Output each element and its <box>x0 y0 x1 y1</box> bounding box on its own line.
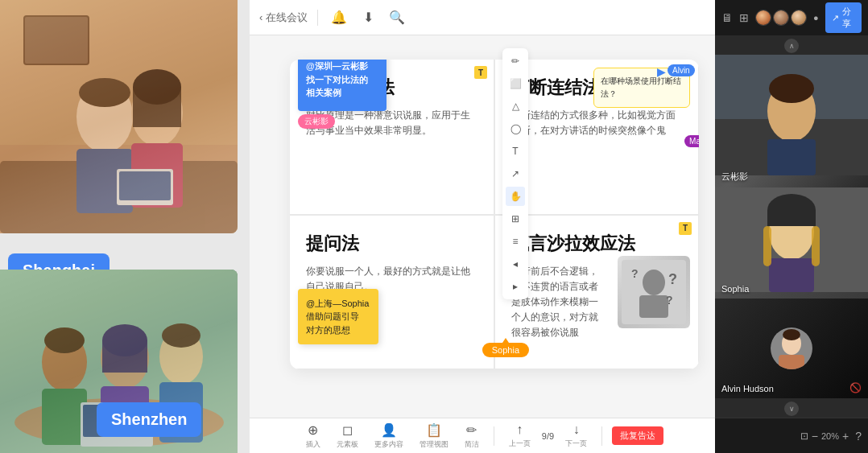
bt-group-nav: ↑ 上一页 9/9 ↓ 下一页 <box>504 421 592 451</box>
video-name-1: 云彬影 <box>721 171 748 183</box>
avatar-2 <box>773 10 789 26</box>
svg-rect-44 <box>812 226 820 266</box>
scroll-up-area: ∧ <box>715 35 868 55</box>
grid-container: 对比原理法 对比原理是一种潜意识说服，应用于生活与事业当中效果非常明显。 @深圳… <box>290 60 699 369</box>
review-button[interactable]: 批复告达 <box>612 426 663 445</box>
canvas-area[interactable]: 对比原理法 对比原理是一种潜意识说服，应用于生活与事业当中效果非常明显。 @深圳… <box>250 35 715 418</box>
prev-page-icon: ↑ <box>516 422 523 437</box>
help-icon[interactable]: ? <box>855 430 862 443</box>
bt-divider-1 <box>494 426 494 446</box>
svg-rect-42 <box>767 210 816 226</box>
q2-text: 打断连结的方式很多种，比如视觉方面打断，在对方讲话的时候突然像个鬼脸。 <box>511 108 682 154</box>
sticky-note-yellow[interactable]: @上海—Sophia借助问题引导对方的思想 <box>298 289 378 345</box>
back-button[interactable]: ‹ 在线会议 <box>259 10 308 25</box>
svg-text:?: ? <box>668 271 677 287</box>
alvin-label: Alvin <box>668 64 695 76</box>
participant-count: ● <box>813 13 819 23</box>
photo-shanghai <box>0 0 238 233</box>
svg-text:?: ? <box>631 267 639 280</box>
zoom-level: 20% <box>821 431 839 441</box>
download-icon[interactable]: ⬇ <box>357 6 379 29</box>
next-page-button[interactable]: ↓ 下一页 <box>560 421 592 451</box>
circle-tool[interactable]: ◯ <box>506 119 525 138</box>
svg-rect-16 <box>42 389 87 445</box>
simple-button[interactable]: ✏ 简洁 <box>460 421 484 451</box>
rect-tool[interactable]: ⬜ <box>506 74 525 93</box>
prev-tool[interactable]: ◂ <box>506 254 525 274</box>
grid-tool[interactable]: ⊞ <box>506 209 525 229</box>
sophia-tag: Sophia <box>482 343 529 357</box>
svg-rect-47 <box>779 355 804 369</box>
rp-header: 🖥 ⊞ ● ↗ 分享 <box>715 0 868 35</box>
sophia-tag-arrow <box>502 338 509 343</box>
notification-icon[interactable]: 🔔 <box>328 6 350 29</box>
prev-page-button[interactable]: ↑ 上一页 <box>504 421 535 451</box>
scroll-up-button[interactable]: ∧ <box>784 39 799 53</box>
share-button[interactable]: ↗ 分享 <box>825 2 862 33</box>
text-icon-q1: T <box>474 66 487 79</box>
svg-rect-36 <box>767 139 816 175</box>
svg-rect-21 <box>102 340 147 373</box>
svg-point-7 <box>79 78 130 107</box>
svg-rect-43 <box>763 226 771 266</box>
share-label: 分享 <box>842 6 855 30</box>
svg-text:?: ? <box>666 294 673 307</box>
maggie-cursor: Maggie ▼ <box>684 135 694 150</box>
svg-point-48 <box>783 329 800 340</box>
zoom-plus-button[interactable]: + <box>842 430 849 443</box>
arrow-tool[interactable]: ↗ <box>506 164 525 183</box>
video-bg-2 <box>715 187 868 299</box>
q4-image: ? ? ? <box>618 256 690 328</box>
video-list: 云彬影 Sophia <box>715 55 868 398</box>
share-icon: ↗ <box>832 13 839 23</box>
alvin-avatar <box>771 327 812 369</box>
search-icon[interactable]: 🔍 <box>386 6 408 29</box>
zoom-minus-button[interactable]: − <box>812 430 818 443</box>
elements-button[interactable]: ◻ 元素板 <box>332 421 363 451</box>
svg-point-17 <box>44 327 85 353</box>
svg-rect-12 <box>24 16 89 64</box>
sticky-note-blue[interactable]: @深圳—云彬影找一下对比法的相关案例 <box>298 60 386 111</box>
back-label: 在线会议 <box>266 10 308 25</box>
text-tool[interactable]: T <box>506 142 525 161</box>
sophia-cursor-area: Sophia <box>482 343 529 357</box>
more-button[interactable]: 👤 更多内容 <box>370 421 408 451</box>
shenzhen-badge: Shenzhen <box>97 402 201 437</box>
toolbar: ‹ 在线会议 🔔 ⬇ 🔍 <box>250 0 715 35</box>
video-item-alvin: Alvin Hudson 🚫 <box>715 299 868 398</box>
monitor-icon[interactable]: 🖥 <box>721 11 733 24</box>
svg-rect-11 <box>119 171 171 200</box>
alvin-mic-off-icon: 🚫 <box>849 382 862 393</box>
svg-point-24 <box>162 323 200 348</box>
pencil-tool[interactable]: ✏ <box>506 51 525 71</box>
triangle-tool[interactable]: △ <box>506 97 525 116</box>
participant-avatars <box>755 10 807 26</box>
avatar-3-bg <box>792 10 806 25</box>
more-icon: 👤 <box>381 422 397 438</box>
svg-rect-29 <box>639 295 668 318</box>
whiteboard: 对比原理法 对比原理是一种潜意识说服，应用于生活与事业当中效果非常明显。 @深圳… <box>290 60 699 369</box>
elements-icon: ◻ <box>342 422 353 438</box>
info-box-text: 在哪种场景使用打断结法？ <box>601 75 683 101</box>
left-panel: Shanghai Shenzhen <box>0 0 250 453</box>
hand-tool[interactable]: ✋ <box>506 187 525 206</box>
list-tool[interactable]: ≡ <box>506 232 525 251</box>
zoom-control: ⊡ − 20% + <box>800 430 849 443</box>
toolbar-separator <box>317 10 318 26</box>
video-name-sophia: Sophia <box>721 284 749 294</box>
svg-point-28 <box>643 270 665 295</box>
next-tool[interactable]: ▸ <box>506 277 525 296</box>
side-toolbar: ✏ ⬜ △ ◯ T ↗ ✋ ⊞ ≡ ◂ ▸ <box>502 48 528 299</box>
bt-group-left: ⊕ 插入 ◻ 元素板 👤 更多内容 📋 管理视图 ✏ 简洁 <box>301 421 484 451</box>
layout-icon[interactable]: ⊞ <box>739 11 749 24</box>
quadrant-3: 提问法 你要说服一个人，最好的方式就是让他自己说服自己。 @上海—Sophia借… <box>290 215 494 370</box>
yunbinying-tag: 云彬影 <box>298 114 335 129</box>
simple-label: 简洁 <box>465 439 479 450</box>
insert-button[interactable]: ⊕ 插入 <box>301 421 325 451</box>
video-item-sophia: Sophia <box>715 187 868 299</box>
main-area: ‹ 在线会议 🔔 ⬇ 🔍 ✏ ⬜ △ ◯ T ↗ ✋ ⊞ ≡ ◂ ▸ 对比原理法… <box>250 0 715 453</box>
manage-button[interactable]: 📋 管理视图 <box>415 421 453 451</box>
review-label: 批复告达 <box>620 430 655 440</box>
insert-label: 插入 <box>306 439 320 450</box>
scroll-down-button[interactable]: ∨ <box>784 402 799 416</box>
